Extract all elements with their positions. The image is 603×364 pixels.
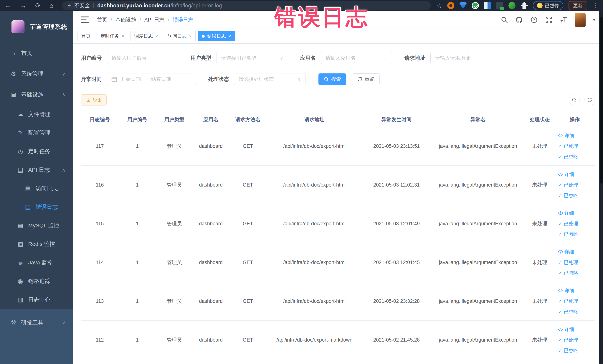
mark-processed-link[interactable]: ✓ 已处理 <box>558 259 578 266</box>
fullscreen-icon[interactable] <box>545 16 553 23</box>
scrollbar-thumb[interactable] <box>600 17 603 184</box>
search-icon[interactable] <box>501 16 508 23</box>
tab-schedule-log[interactable]: 调度日志 × <box>130 31 162 41</box>
sidebar-item-dev-tools[interactable]: ⚒ 研发工具 ∨ <box>0 313 73 332</box>
extension-puzzle-icon[interactable] <box>521 2 528 9</box>
tab-access-log[interactable]: 访问日志 × <box>164 31 196 41</box>
reload-icon[interactable]: ⟳ <box>35 2 41 9</box>
edit-icon: ✎ <box>16 129 24 136</box>
mark-ignored-link[interactable]: ✓ 已忽略 <box>558 231 578 237</box>
close-icon[interactable]: × <box>155 34 158 38</box>
close-icon[interactable]: × <box>228 34 231 38</box>
refresh-table-icon[interactable] <box>584 94 595 105</box>
mark-processed-link[interactable]: ✓ 已处理 <box>558 221 578 227</box>
export-button[interactable]: 导出 <box>81 94 107 106</box>
reset-button[interactable]: 重置 <box>352 73 380 85</box>
log-id-cell: 114 <box>81 243 119 282</box>
sidebar-item-system-management[interactable]: ⚙ 系统管理 ∨ <box>0 63 73 84</box>
detail-link[interactable]: 详细 <box>558 287 574 294</box>
sidebar-item-config-management[interactable]: ✎ 配置管理 <box>0 124 73 142</box>
tab-label: 首页 <box>81 33 91 39</box>
back-icon[interactable]: ← <box>5 2 12 9</box>
sidebar-item-infrastructure[interactable]: ▣ 基础设施 ∧ <box>0 84 73 105</box>
browser-update-button[interactable]: 更新 <box>568 1 587 10</box>
github-icon[interactable] <box>515 16 523 23</box>
mark-ignored-link[interactable]: ✓ 已忽略 <box>558 192 578 199</box>
sidebar-item-api-log[interactable]: ▤ API 日志 ∧ <box>0 161 73 179</box>
request-method-cell: GET <box>229 243 267 282</box>
search-button[interactable]: 搜索 <box>318 73 346 85</box>
security-warning-icon[interactable]: ⚠ <box>67 3 72 9</box>
sidebar-item-access-log[interactable]: ▤ 访问日志 <box>0 179 73 198</box>
sidebar-item-home[interactable]: ⌂ 首页 <box>0 43 73 63</box>
mark-processed-link[interactable]: ✓ 已处理 <box>558 143 578 150</box>
extension-icon[interactable] <box>509 2 515 9</box>
operations-cell: 详细 ✓ 已处理 ✓ 已忽略 <box>554 204 595 243</box>
mark-processed-label: 已处理 <box>564 298 578 305</box>
detail-link[interactable]: 详细 <box>558 210 574 216</box>
tab-home[interactable]: 首页 <box>77 31 94 41</box>
font-size-icon[interactable] <box>560 16 568 23</box>
tab-error-log[interactable]: 错误日志 × <box>198 31 235 41</box>
check-icon: ✓ <box>558 309 562 314</box>
extension-icon[interactable] <box>447 2 454 9</box>
breadcrumb-item[interactable]: 基础设施 <box>116 16 136 23</box>
detail-link[interactable]: 详细 <box>558 249 574 255</box>
mark-ignored-link[interactable]: ✓ 已忽略 <box>558 153 578 160</box>
sidebar-item-mysql-monitor[interactable]: ▦ MySQL 监控 <box>0 216 73 235</box>
user-menu-caret-icon[interactable]: ▾ <box>593 17 595 23</box>
mark-ignored-link[interactable]: ✓ 已忽略 <box>558 270 578 276</box>
close-icon[interactable]: × <box>122 34 124 38</box>
app-name-cell: dashboard <box>193 127 229 165</box>
sidebar-item-error-log[interactable]: ▤ 错误日志 <box>0 198 73 216</box>
detail-link[interactable]: 详细 <box>558 326 574 333</box>
user-id-input[interactable] <box>107 52 178 64</box>
request-url-input[interactable] <box>430 52 502 64</box>
detail-link[interactable]: 详细 <box>558 171 574 178</box>
app-name-cell: dashboard <box>193 243 229 282</box>
extension-icon[interactable] <box>484 2 491 9</box>
search-button-label: 搜索 <box>331 76 341 82</box>
check-icon: ✓ <box>558 154 562 159</box>
sidebar-item-log-center[interactable]: ▥ 日志中心 <box>0 290 73 309</box>
bookmark-star-icon[interactable]: ☆ <box>437 2 442 9</box>
app-logo[interactable]: 芋道管理系统 <box>0 11 73 43</box>
close-icon[interactable]: × <box>189 34 192 38</box>
sidebar-item-scheduled-tasks[interactable]: ◷ 定时任务 <box>0 142 73 161</box>
chevron-down-icon: ∨ <box>62 320 65 326</box>
sidebar-item-file-management[interactable]: ☁ 文件管理 <box>0 105 73 124</box>
column-header: 应用名 <box>193 112 229 127</box>
extension-icon[interactable] <box>460 2 467 9</box>
forward-icon[interactable]: → <box>20 2 27 9</box>
mark-processed-link[interactable]: ✓ 已处理 <box>558 298 578 305</box>
breadcrumb-item[interactable]: 首页 <box>97 16 107 23</box>
toggle-search-icon[interactable] <box>569 94 580 105</box>
operations-cell: 详细 ✓ 已处理 ✓ 已忽略 <box>554 165 595 204</box>
profile-paused-chip[interactable]: 已暂停 <box>533 1 563 10</box>
user-type-select[interactable]: 请选择用户类型 ∨ <box>217 52 288 64</box>
app-name-input[interactable] <box>321 52 392 64</box>
mark-processed-link[interactable]: ✓ 已处理 <box>558 337 578 343</box>
home-icon[interactable]: ⌂ <box>49 2 53 9</box>
detail-link[interactable]: 详细 <box>558 132 574 139</box>
address-bar[interactable]: ⚠ 不安全 dashboard.yudao.iocoder.cn /infra/… <box>62 1 431 10</box>
extension-icon[interactable] <box>472 2 479 9</box>
page-scrollbar[interactable] <box>599 11 603 364</box>
user-avatar[interactable] <box>575 13 586 27</box>
mark-processed-link[interactable]: ✓ 已处理 <box>558 182 578 188</box>
mark-ignored-link[interactable]: ✓ 已忽略 <box>558 309 578 315</box>
operations-cell: 详细 ✓ 已处理 ✓ 已忽略 <box>554 282 595 321</box>
sidebar-item-redis-monitor[interactable]: ▩ Redis 监控 <box>0 235 73 253</box>
status-select[interactable]: 请选择处理状态 ∨ <box>234 73 305 85</box>
extension-icon[interactable] <box>496 2 503 9</box>
tab-scheduled-tasks[interactable]: 定时任务 × <box>97 31 128 41</box>
breadcrumb-item[interactable]: API 日志 <box>144 16 165 23</box>
help-icon[interactable] <box>530 16 538 23</box>
sidebar-item-label: 基础设施 <box>21 91 43 98</box>
sidebar-item-java-monitor[interactable]: ☕ Java 监控 <box>0 253 73 272</box>
browser-menu-icon[interactable]: ⋮ <box>592 2 598 9</box>
collapse-sidebar-icon[interactable] <box>81 16 89 23</box>
mark-ignored-link[interactable]: ✓ 已忽略 <box>558 347 578 354</box>
sidebar-item-tracing[interactable]: ◉ 链路追踪 <box>0 272 73 290</box>
exception-time-range-picker[interactable]: 开始日期 ~ 结束日期 <box>107 73 196 85</box>
